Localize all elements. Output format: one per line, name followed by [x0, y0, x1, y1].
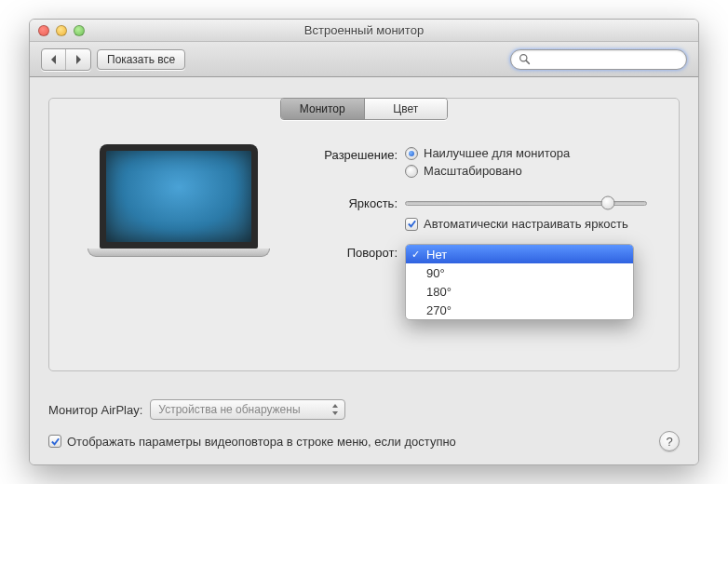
auto-brightness-label: Автоматически настраивать яркость	[424, 217, 628, 231]
rotation-option-none[interactable]: Нет	[406, 245, 633, 263]
svg-marker-1	[76, 55, 81, 64]
svg-marker-0	[51, 55, 56, 64]
slider-thumb[interactable]	[600, 196, 614, 210]
show-all-button[interactable]: Показать все	[97, 49, 185, 70]
mirroring-label: Отображать параметры видеоповтора в стро…	[67, 435, 456, 449]
resolution-best-label: Наилучшее для монитора	[424, 146, 570, 160]
search-icon	[519, 53, 531, 65]
forward-button[interactable]	[66, 49, 90, 70]
airplay-value: Устройства не обнаружены	[158, 403, 300, 416]
svg-marker-4	[332, 404, 338, 408]
resolution-scaled-option[interactable]: Масштабировано	[405, 164, 656, 178]
rotation-dropdown[interactable]: Нет 90° 180° 270°	[405, 244, 634, 320]
svg-line-3	[526, 60, 529, 63]
updown-icon	[330, 403, 340, 416]
rotation-option-270[interactable]: 270°	[406, 301, 633, 319]
mirroring-checkbox[interactable]	[48, 435, 61, 448]
rotation-label: Поворот:	[312, 244, 405, 260]
rotation-option-90[interactable]: 90°	[406, 263, 633, 282]
brightness-label: Яркость:	[312, 195, 405, 210]
tab-group: Монитор Цвет	[280, 98, 448, 120]
minimize-button[interactable]	[56, 25, 67, 36]
content-area: Монитор Цвет Разрешение:	[30, 77, 698, 464]
airplay-dropdown[interactable]: Устройства не обнаружены	[150, 399, 345, 420]
settings-panel: Монитор Цвет Разрешение:	[48, 98, 680, 371]
tab-monitor[interactable]: Монитор	[281, 99, 364, 119]
checkbox-icon	[405, 218, 418, 231]
chevron-left-icon	[48, 54, 60, 65]
window-title: Встроенный монитор	[30, 23, 698, 37]
search-input[interactable]	[536, 53, 679, 66]
show-all-label: Показать все	[107, 53, 175, 66]
tab-color[interactable]: Цвет	[364, 99, 448, 119]
back-button[interactable]	[42, 49, 66, 70]
radio-icon	[405, 147, 418, 160]
help-button[interactable]: ?	[659, 431, 680, 451]
help-icon: ?	[666, 435, 672, 449]
airplay-row: Монитор AirPlay: Устройства не обнаружен…	[48, 399, 680, 420]
settings-form: Разрешение: Наилучшее для монитора Масшт…	[312, 141, 656, 333]
close-button[interactable]	[38, 25, 49, 36]
nav-segmented	[41, 48, 91, 71]
resolution-scaled-label: Масштабировано	[424, 164, 522, 178]
zoom-button[interactable]	[74, 25, 85, 36]
preferences-window: Встроенный монитор Показать все	[29, 19, 699, 465]
svg-marker-5	[332, 411, 338, 415]
radio-icon	[405, 165, 418, 178]
window-controls	[38, 25, 85, 36]
toolbar: Показать все	[30, 42, 698, 77]
titlebar: Встроенный монитор	[30, 20, 698, 42]
display-illustration	[72, 141, 286, 333]
rotation-option-180[interactable]: 180°	[406, 282, 633, 301]
brightness-slider[interactable]	[405, 195, 647, 211]
resolution-best-option[interactable]: Наилучшее для монитора	[405, 146, 656, 160]
auto-brightness-option[interactable]: Автоматически настраивать яркость	[405, 217, 656, 231]
airplay-label: Монитор AirPlay:	[48, 403, 142, 417]
resolution-label: Разрешение:	[312, 146, 405, 162]
chevron-right-icon	[73, 54, 84, 65]
search-field[interactable]	[510, 49, 687, 70]
tab-monitor-label: Монитор	[300, 102, 345, 115]
footer-row: Отображать параметры видеоповтора в стро…	[48, 431, 680, 451]
tab-color-label: Цвет	[393, 102, 418, 115]
